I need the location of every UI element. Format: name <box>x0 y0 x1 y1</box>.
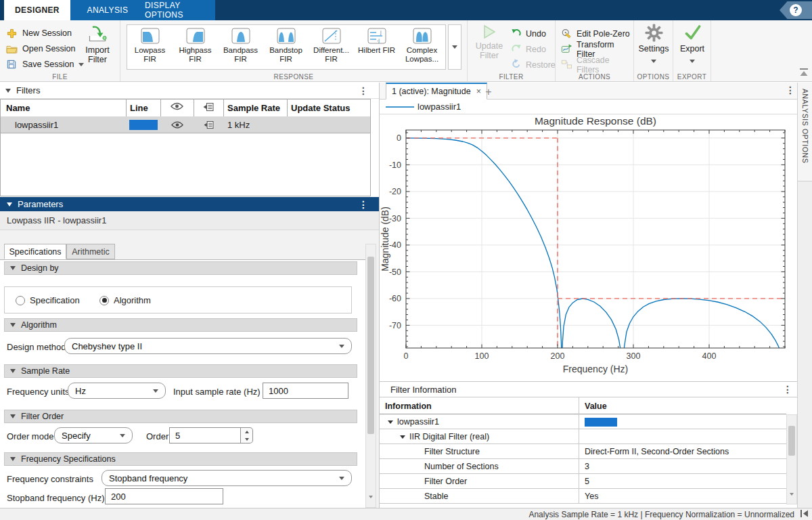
transform-filter-icon <box>561 43 572 56</box>
collapse-ribbon-button[interactable] <box>798 68 809 79</box>
frequency-units-dropdown[interactable]: Hz <box>68 383 166 399</box>
design-method-dropdown[interactable]: Chebyshev type II <box>64 338 352 354</box>
status-text: Analysis Sample Rate = 1 kHz | Frequency… <box>528 510 794 519</box>
complex-lowpass-button[interactable]: Complex Lowpas... <box>399 25 445 69</box>
hilbert-fir-button[interactable]: j-j Hilbert FIR <box>354 25 399 69</box>
undo-button[interactable]: Undo <box>511 26 546 41</box>
tab-specifications[interactable]: Specifications <box>4 244 66 259</box>
order-mode-caret-icon <box>120 434 125 437</box>
bandpass-fir-button[interactable]: Bandpass FIR <box>218 25 263 69</box>
highpass-fir-button[interactable]: Highpass FIR <box>173 25 218 69</box>
bandstop-icon <box>276 38 296 46</box>
new-session-button[interactable]: New Session <box>5 26 72 41</box>
frequency-units-label: Frequency units <box>7 387 70 397</box>
export-check-icon <box>683 35 702 44</box>
scrollbar-down-arrow[interactable] <box>369 498 373 508</box>
tab-arithmetic[interactable]: Arithmetic <box>66 244 115 259</box>
plot-kebab-menu[interactable]: ⋮ <box>786 87 795 93</box>
cascade-filters-button[interactable]: Cascade Filters <box>561 58 633 72</box>
plot-canvas[interactable]: 01002003004000-10-20-30-40-50-60-70Magni… <box>380 114 797 381</box>
parameters-panel-title: Parameters <box>18 199 63 209</box>
edit-pole-zero-button[interactable]: Edit Pole-Zero <box>561 26 630 41</box>
parameters-scrollbar[interactable] <box>365 244 376 508</box>
parameters-kebab-menu[interactable]: ⋮ <box>359 201 368 208</box>
expand-icon[interactable] <box>400 435 405 439</box>
tab-magnitude-plot[interactable]: 1 (active): Magnitude × <box>386 83 487 100</box>
group-sample-rate[interactable]: Sample Rate <box>4 364 357 378</box>
parameters-collapse-icon[interactable] <box>7 202 12 207</box>
order-stepper-up[interactable] <box>241 428 252 435</box>
info-row-filter-order: Filter Order 5 <box>380 474 786 489</box>
filters-kebab-menu[interactable]: ⋮ <box>359 87 368 94</box>
update-filter-button[interactable]: Update Filter <box>472 24 507 60</box>
radio-algorithm-icon <box>99 296 109 305</box>
new-plot-tab-button[interactable]: + <box>480 85 497 99</box>
analysis-options-tab[interactable]: ANALYSIS OPTIONS <box>798 83 812 181</box>
plot-tab-bar: 1 (active): Magnitude × + ⋮ <box>380 83 797 100</box>
help-button[interactable]: ? <box>780 1 812 19</box>
import-filter-button[interactable]: Import Filter <box>78 24 116 64</box>
filter-info-scrollbar[interactable] <box>786 414 797 504</box>
filter-line-swatch[interactable] <box>129 120 158 130</box>
legend-line-icon <box>384 104 415 110</box>
open-session-button[interactable]: Open Session <box>5 41 76 56</box>
radio-algorithm[interactable]: Algorithm <box>99 295 151 305</box>
tab-analysis[interactable]: ANALYSIS <box>70 0 145 20</box>
group-frequency-specifications[interactable]: Frequency Specifications <box>4 452 357 466</box>
filter-properties-button[interactable] <box>204 121 214 131</box>
order-mode-dropdown[interactable]: Specify <box>54 427 133 443</box>
group-design-by[interactable]: Design by <box>4 261 357 275</box>
order-mode-label: Order mode <box>7 431 53 441</box>
redo-icon <box>511 43 522 56</box>
collapse-panel-button[interactable] <box>800 509 809 520</box>
import-filter-icon <box>87 36 108 45</box>
settings-button[interactable]: Settings <box>636 24 671 65</box>
transform-filter-button[interactable]: Transform Filter <box>561 42 633 57</box>
restore-button[interactable]: Restore <box>511 58 556 72</box>
order-field[interactable]: 5 <box>169 427 241 443</box>
group-algorithm[interactable]: Algorithm <box>4 318 357 332</box>
info-line-swatch[interactable] <box>585 418 617 427</box>
algorithm-collapse-icon <box>10 323 16 327</box>
edit-pole-zero-icon <box>561 28 572 41</box>
svg-text:300: 300 <box>627 351 641 361</box>
stopband-frequency-field[interactable]: 200 <box>105 488 223 504</box>
scrollbar-thumb[interactable] <box>367 257 374 434</box>
filters-panel-title: Filters <box>16 85 40 95</box>
order-stepper[interactable] <box>241 427 253 443</box>
response-gallery-dropdown[interactable] <box>448 24 461 70</box>
differentiator-fir-button[interactable]: Different... FIR <box>309 25 354 69</box>
undo-icon <box>511 28 522 40</box>
redo-button[interactable]: Redo <box>511 42 546 57</box>
bandstop-fir-button[interactable]: Bandstop FIR <box>263 25 309 69</box>
expand-icon[interactable] <box>388 420 393 424</box>
filter-info-kebab-menu[interactable]: ⋮ <box>783 386 792 393</box>
input-sample-rate-field[interactable]: 1000 <box>263 383 348 399</box>
scrollbar-up-arrow[interactable] <box>369 247 373 257</box>
export-button[interactable]: Export <box>675 24 709 65</box>
radio-specification[interactable]: Specification <box>16 295 80 305</box>
lowpass-fir-button[interactable]: Lowpass FIR <box>127 25 173 69</box>
tab-display-options[interactable]: DISPLAY OPTIONS <box>145 0 215 20</box>
info-row-lowpassiir1: lowpassiir1 <box>380 414 786 429</box>
ribbon: New Session Open Session Save Session <box>0 20 812 82</box>
group-filter-order[interactable]: Filter Order <box>4 410 357 423</box>
svg-text:-60: -60 <box>389 294 401 303</box>
filter-visibility-toggle[interactable] <box>171 121 183 131</box>
filter-row-name: lowpassiir1 <box>15 116 123 133</box>
new-session-icon <box>5 28 18 39</box>
save-session-button[interactable]: Save Session <box>5 57 84 72</box>
info-scrollbar-down-arrow[interactable] <box>790 496 794 506</box>
info-scrollbar-thumb[interactable] <box>788 426 795 456</box>
settings-caret-icon <box>651 60 656 63</box>
value-column-header: Value <box>579 397 786 414</box>
order-stepper-down[interactable] <box>241 435 252 443</box>
frequency-constraints-dropdown[interactable]: Stopband frequency <box>102 470 352 486</box>
tab-designer[interactable]: DESIGNER <box>4 0 70 20</box>
ribbon-section-label-options: OPTIONS <box>634 73 673 81</box>
gear-icon <box>645 35 663 44</box>
column-header-properties-icon <box>203 102 214 114</box>
cascade-filters-icon <box>561 59 572 72</box>
design-by-box: Specification Algorithm <box>4 286 352 313</box>
filters-collapse-icon[interactable] <box>5 89 11 93</box>
